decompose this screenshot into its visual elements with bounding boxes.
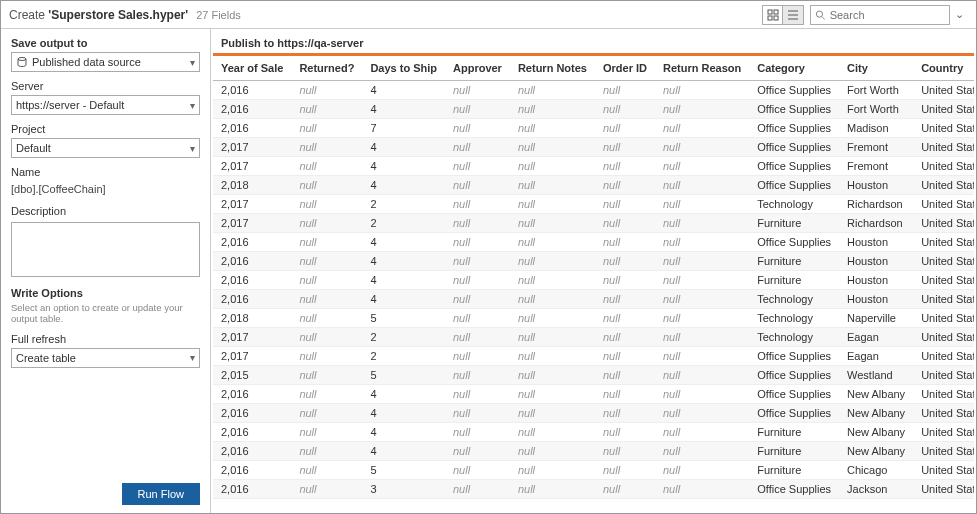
table-row[interactable]: 2,016null5nullnullnullnullFurnitureChica… bbox=[213, 461, 974, 480]
table-row[interactable]: 2,016null7nullnullnullnullOffice Supplie… bbox=[213, 119, 974, 138]
table-cell: null bbox=[510, 138, 595, 157]
table-cell: null bbox=[655, 442, 749, 461]
table-cell: null bbox=[510, 176, 595, 195]
column-header[interactable]: Country bbox=[913, 56, 974, 81]
table-cell: Fremont bbox=[839, 157, 913, 176]
table-cell: 2,017 bbox=[213, 195, 291, 214]
column-header[interactable]: Category bbox=[749, 56, 839, 81]
table-cell: Houston bbox=[839, 271, 913, 290]
table-cell: 2,016 bbox=[213, 404, 291, 423]
table-cell: null bbox=[445, 252, 510, 271]
table-cell: null bbox=[445, 461, 510, 480]
table-cell: Technology bbox=[749, 290, 839, 309]
table-cell: null bbox=[445, 100, 510, 119]
table-row[interactable]: 2,015null5nullnullnullnullOffice Supplie… bbox=[213, 366, 974, 385]
full-refresh-dropdown[interactable]: Create table ▾ bbox=[11, 348, 200, 368]
table-cell: 2,016 bbox=[213, 442, 291, 461]
table-cell: New Albany bbox=[839, 385, 913, 404]
table-row[interactable]: 2,016null4nullnullnullnullOffice Supplie… bbox=[213, 404, 974, 423]
chevron-down-icon: ▾ bbox=[190, 143, 195, 154]
table-cell: 4 bbox=[362, 385, 445, 404]
table-row[interactable]: 2,016null4nullnullnullnullFurnitureHoust… bbox=[213, 271, 974, 290]
table-cell: null bbox=[595, 138, 655, 157]
table-cell: Technology bbox=[749, 195, 839, 214]
table-row[interactable]: 2,017null2nullnullnullnullTechnologyRich… bbox=[213, 195, 974, 214]
table-cell: Furniture bbox=[749, 214, 839, 233]
table-cell: null bbox=[445, 309, 510, 328]
table-cell: 4 bbox=[362, 81, 445, 100]
table-cell: null bbox=[291, 461, 362, 480]
description-label: Description bbox=[11, 205, 200, 217]
table-cell: 4 bbox=[362, 404, 445, 423]
table-cell: null bbox=[510, 309, 595, 328]
description-textarea[interactable] bbox=[11, 222, 200, 277]
table-cell: null bbox=[510, 252, 595, 271]
table-cell: United States bbox=[913, 480, 974, 499]
table-cell: null bbox=[595, 480, 655, 499]
table-cell: null bbox=[291, 233, 362, 252]
save-output-dropdown[interactable]: Published data source ▾ bbox=[11, 52, 200, 72]
table-cell: 5 bbox=[362, 309, 445, 328]
table-cell: Richardson bbox=[839, 214, 913, 233]
table-cell: 2,018 bbox=[213, 176, 291, 195]
column-header[interactable]: Return Reason bbox=[655, 56, 749, 81]
table-row[interactable]: 2,016null4nullnullnullnullFurnitureHoust… bbox=[213, 252, 974, 271]
table-cell: Richardson bbox=[839, 195, 913, 214]
column-header[interactable]: Year of Sale bbox=[213, 56, 291, 81]
table-cell: Jackson bbox=[839, 480, 913, 499]
table-cell: 3 bbox=[362, 480, 445, 499]
table-cell: Furniture bbox=[749, 423, 839, 442]
table-cell: 2 bbox=[362, 214, 445, 233]
table-cell: United States bbox=[913, 347, 974, 366]
search-field[interactable] bbox=[810, 5, 950, 25]
table-cell: Office Supplies bbox=[749, 157, 839, 176]
table-cell: null bbox=[510, 233, 595, 252]
column-header[interactable]: Days to Ship bbox=[362, 56, 445, 81]
table-row[interactable]: 2,017null2nullnullnullnullFurnitureRicha… bbox=[213, 214, 974, 233]
column-header[interactable]: City bbox=[839, 56, 913, 81]
grid-view-button[interactable] bbox=[763, 6, 783, 24]
table-row[interactable]: 2,017null2nullnullnullnullTechnologyEaga… bbox=[213, 328, 974, 347]
column-header[interactable]: Return Notes bbox=[510, 56, 595, 81]
data-table-scroll[interactable]: Year of SaleReturned?Days to ShipApprove… bbox=[213, 56, 974, 511]
table-cell: null bbox=[595, 423, 655, 442]
table-cell: Fort Worth bbox=[839, 100, 913, 119]
table-row[interactable]: 2,018null4nullnullnullnullOffice Supplie… bbox=[213, 176, 974, 195]
table-row[interactable]: 2,016null4nullnullnullnullFurnitureNew A… bbox=[213, 442, 974, 461]
table-cell: null bbox=[655, 176, 749, 195]
table-cell: null bbox=[510, 100, 595, 119]
table-row[interactable]: 2,016null4nullnullnullnullTechnologyHous… bbox=[213, 290, 974, 309]
table-row[interactable]: 2,017null4nullnullnullnullOffice Supplie… bbox=[213, 138, 974, 157]
collapse-icon[interactable]: ⌄ bbox=[950, 8, 968, 21]
run-flow-button[interactable]: Run Flow bbox=[122, 483, 200, 505]
table-cell: null bbox=[291, 271, 362, 290]
publish-target-label: Publish to https://qa-server bbox=[211, 29, 976, 53]
table-cell: null bbox=[595, 119, 655, 138]
project-dropdown[interactable]: Default ▾ bbox=[11, 138, 200, 158]
table-row[interactable]: 2,018null5nullnullnullnullTechnologyNape… bbox=[213, 309, 974, 328]
table-row[interactable]: 2,016null4nullnullnullnullFurnitureNew A… bbox=[213, 423, 974, 442]
name-label: Name bbox=[11, 166, 200, 178]
server-dropdown[interactable]: https://server - Default ▾ bbox=[11, 95, 200, 115]
table-row[interactable]: 2,016null4nullnullnullnullOffice Supplie… bbox=[213, 100, 974, 119]
table-row[interactable]: 2,016null4nullnullnullnullOffice Supplie… bbox=[213, 385, 974, 404]
table-row[interactable]: 2,016null4nullnullnullnullOffice Supplie… bbox=[213, 233, 974, 252]
table-cell: Office Supplies bbox=[749, 138, 839, 157]
list-view-button[interactable] bbox=[783, 6, 803, 24]
table-cell: null bbox=[510, 328, 595, 347]
table-cell: null bbox=[595, 176, 655, 195]
table-cell: null bbox=[291, 404, 362, 423]
search-input[interactable] bbox=[830, 9, 945, 21]
view-toggle bbox=[762, 5, 804, 25]
column-header[interactable]: Returned? bbox=[291, 56, 362, 81]
column-header[interactable]: Approver bbox=[445, 56, 510, 81]
table-cell: United States bbox=[913, 461, 974, 480]
table-row[interactable]: 2,017null4nullnullnullnullOffice Supplie… bbox=[213, 157, 974, 176]
table-cell: null bbox=[445, 480, 510, 499]
table-cell: 2,017 bbox=[213, 347, 291, 366]
table-row[interactable]: 2,016null3nullnullnullnullOffice Supplie… bbox=[213, 480, 974, 499]
table-row[interactable]: 2,017null2nullnullnullnullOffice Supplie… bbox=[213, 347, 974, 366]
table-row[interactable]: 2,016null4nullnullnullnullOffice Supplie… bbox=[213, 81, 974, 100]
table-cell: 4 bbox=[362, 252, 445, 271]
column-header[interactable]: Order ID bbox=[595, 56, 655, 81]
